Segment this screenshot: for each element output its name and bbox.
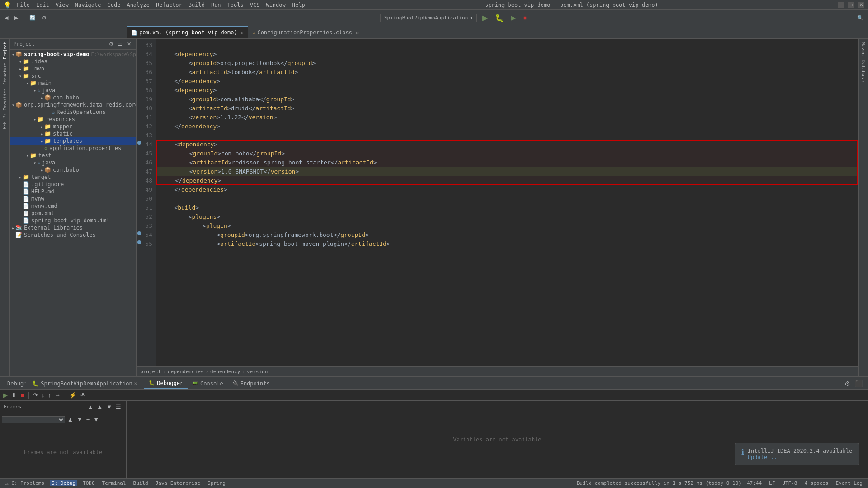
indent-settings[interactable]: 4 spaces [802,480,830,486]
tab-pom-xml[interactable]: 📄 pom.xml (spring-boot-vip-demo) ✕ [127,26,248,38]
coverage-button[interactable]: ▶ [509,13,518,23]
breadcrumb-item-dependencies[interactable]: dependencies [168,369,203,375]
event-log[interactable]: Event Log [834,480,864,486]
minimize-button[interactable]: — [838,2,844,8]
tree-item-idea[interactable]: ▾ 📁 .idea [10,58,136,65]
menu-analyze[interactable]: Analyze [127,2,150,8]
step-out-button[interactable]: ↑ [47,391,52,399]
stop-debug-button[interactable]: ■ [19,391,26,399]
tree-item-gitignore[interactable]: ▸ 📄 .gitignore [10,181,136,188]
file-encoding[interactable]: UTF-8 [780,480,799,486]
close-button[interactable]: ✕ [858,2,864,8]
tree-item-root[interactable]: ▾ 📦 spring-boot-vip-demo E:\workspace\Sp… [10,51,136,58]
tab-config-close[interactable]: ✕ [356,30,359,35]
settings-debug-button[interactable]: ⚙ [843,379,852,388]
frames-options-button[interactable]: ☰ [114,403,123,411]
tree-item-mvnwcmd[interactable]: ▸ 📄 mvnw.cmd [10,202,136,210]
watches-button[interactable]: 👁 [79,391,87,399]
tree-item-scratches[interactable]: ▸ 📝 Scratches and Consoles [10,231,136,239]
menu-code[interactable]: Code [108,2,121,8]
frames-thread-selector[interactable] [2,416,65,423]
structure-tab[interactable]: Structure [1,61,9,86]
frames-filter-button[interactable]: ▲ [86,403,94,411]
menu-vcs[interactable]: VCS [250,2,260,8]
menu-edit[interactable]: Edit [36,2,49,8]
notification-update-link[interactable]: Update... [748,454,777,460]
menu-build[interactable]: Build [189,2,205,8]
tab-pom-close[interactable]: ✕ [241,30,244,35]
frames-action-up[interactable]: ▲ [66,415,75,424]
run-to-cursor-button[interactable]: → [53,391,62,399]
step-over-button[interactable]: ↷ [32,391,39,399]
debug-close-icon[interactable]: ✕ [134,380,137,386]
console-tab[interactable]: 📟 Console [188,378,228,389]
menu-refactor[interactable]: Refactor [156,2,182,8]
tree-item-test-combobo[interactable]: ▸ 📦 com.bobo [10,166,136,174]
tree-item-static[interactable]: ▸ 📁 static [10,130,136,137]
step-into-button[interactable]: ↓ [40,391,46,399]
endpoints-tab[interactable]: 🔌 Endpoints [228,378,274,389]
tree-item-redis-ops[interactable]: ▸ ☕ RedisOperations [10,108,136,116]
evaluate-button[interactable]: ⚡ [68,391,78,399]
project-settings-button[interactable]: ☰ [117,41,124,47]
tree-item-target[interactable]: ▸ 📁 target [10,174,136,181]
todo-status[interactable]: TODO [81,480,97,486]
expand-debug-button[interactable]: ⬛ [853,379,864,388]
sync-button[interactable]: 🔄 [27,13,38,23]
frames-down-button[interactable]: ▼ [105,403,113,411]
settings-button[interactable]: ⚙ [39,13,49,23]
tree-item-helpmd[interactable]: ▸ 📄 HELP.md [10,188,136,195]
frames-action-down[interactable]: ▼ [75,415,84,424]
stop-button[interactable]: ■ [521,13,528,23]
tree-item-test[interactable]: ▾ 📁 test [10,152,136,159]
terminal-status[interactable]: Terminal [100,480,128,486]
menu-help[interactable]: Help [292,2,305,8]
breadcrumb-item-project[interactable]: project [140,369,161,375]
line-ending[interactable]: LF [767,480,777,486]
editor-content[interactable]: 33 34 35 36 37 38 39 40 41 42 43 44 45 4… [137,39,858,366]
project-collapse-button[interactable]: ⚙ [108,41,115,47]
tree-item-java[interactable]: ▾ ☕ java [10,87,136,94]
tree-item-templates[interactable]: ▸ 📁 templates [10,137,136,145]
run-button[interactable]: ▶ [481,12,490,24]
tree-item-pomxml[interactable]: ▸ 📋 pom.xml [10,210,136,217]
tree-item-external-libs[interactable]: ▸ 📚 External Libraries [10,224,136,231]
debug-status-active[interactable]: S: Debug [50,480,77,486]
spring-status[interactable]: Spring [206,480,227,486]
frames-up-button[interactable]: ▲ [95,403,104,411]
menu-navigate[interactable]: Navigate [75,2,101,8]
maximize-button[interactable]: □ [848,2,854,8]
frames-add-button[interactable]: + [85,415,91,424]
tree-item-combobo[interactable]: ▸ 📦 com.bobo [10,94,136,101]
tree-item-src[interactable]: ▾ 📁 src [10,72,136,80]
tree-item-mvnw[interactable]: ▸ 📄 mvnw [10,195,136,202]
debugger-tab[interactable]: 🐛 Debugger [144,378,188,389]
tree-item-iml[interactable]: ▸ 📄 spring-boot-vip-demo.iml [10,217,136,224]
project-tab[interactable]: Project [1,41,9,61]
problems-status[interactable]: ⚠ 6: Problems [4,480,46,486]
web-tab[interactable]: Web [1,120,9,130]
code-editor[interactable]: <dependency> <groupId>org.projectlombok<… [156,39,858,366]
database-tab[interactable]: Database [859,59,867,83]
project-close-button[interactable]: ✕ [126,41,132,47]
search-everywhere-button[interactable]: 🔍 [854,13,866,23]
pause-button[interactable]: ⏸ [10,391,19,399]
resume-button[interactable]: ▶ [2,391,9,399]
tree-item-mapper[interactable]: ▸ 📁 mapper [10,123,136,130]
tree-item-mvn[interactable]: ▸ 📁 .mvn [10,65,136,72]
breadcrumb-item-version[interactable]: version [247,369,268,375]
frames-filter-btn[interactable]: ▼ [92,415,100,424]
tree-item-redis-core[interactable]: ▾ 📦 org.springframework.data.redis.core [10,101,136,108]
menu-bar[interactable]: File Edit View Navigate Code Analyze Ref… [17,2,305,8]
back-button[interactable]: ◀ [2,13,11,23]
menu-run[interactable]: Run [211,2,221,8]
tree-item-resources[interactable]: ▾ 📁 resources [10,116,136,123]
tree-item-test-java[interactable]: ▾ ☕ java [10,159,136,166]
tree-item-main[interactable]: ▾ 📁 main [10,80,136,87]
window-controls[interactable]: — □ ✕ [838,2,864,8]
menu-view[interactable]: View [56,2,69,8]
debug-button[interactable]: 🐛 [493,12,506,24]
menu-file[interactable]: File [17,2,30,8]
menu-tools[interactable]: Tools [227,2,244,8]
cursor-position[interactable]: 47:44 [745,480,764,486]
